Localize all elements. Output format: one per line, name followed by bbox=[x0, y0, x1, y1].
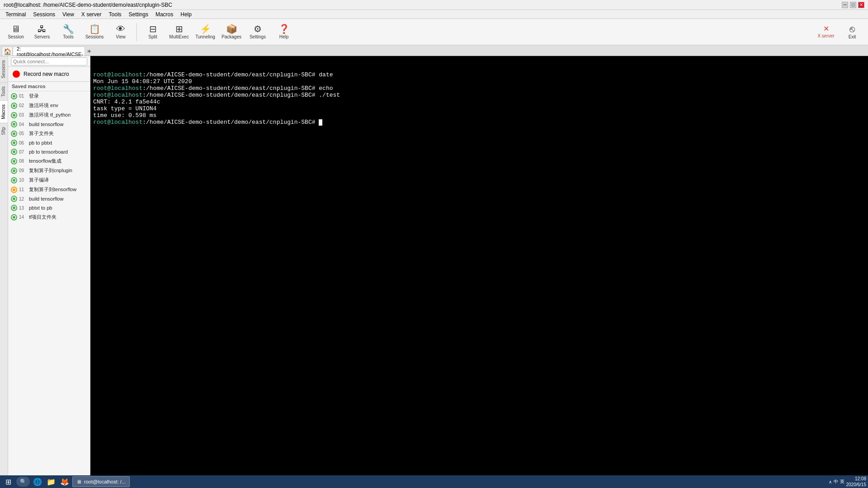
menu-sessions[interactable]: Sessions bbox=[29, 10, 59, 19]
taskbar-app-terminal[interactable]: 🖥 root@localhost: /... bbox=[72, 476, 130, 487]
toolbar-servers-label: Servers bbox=[34, 34, 50, 39]
taskbar-search-button[interactable]: 🔍 bbox=[16, 477, 30, 487]
macro-status-icon bbox=[11, 131, 17, 137]
title-bar: root@localhost: /home/AICSE-demo-student… bbox=[0, 0, 868, 10]
toolbar-tunneling[interactable]: ⚡ Tunneling bbox=[193, 21, 217, 43]
toolbar-multiexec[interactable]: ⊞ MultiExec bbox=[167, 21, 191, 43]
toolbar-help-label: Help bbox=[279, 34, 289, 39]
macro-number: 12 bbox=[19, 197, 27, 202]
macro-label: pbtxt to pb bbox=[29, 205, 52, 211]
macro-item[interactable]: 02激活环境 env bbox=[8, 101, 90, 110]
servers-icon: 🖧 bbox=[38, 24, 47, 33]
taskbar-date: 2020/6/15 bbox=[846, 482, 867, 488]
menu-terminal[interactable]: Terminal bbox=[2, 10, 29, 19]
vtab-tools[interactable]: Tools bbox=[0, 82, 8, 100]
macro-number: 03 bbox=[19, 113, 27, 117]
toolbar-xserver-label: X server bbox=[817, 33, 834, 38]
toolbar-tools[interactable]: 🔧 Tools bbox=[56, 21, 80, 43]
menu-settings[interactable]: Settings bbox=[125, 10, 152, 19]
toolbar-exit[interactable]: ⎋ Exit bbox=[840, 21, 864, 43]
tab-home-button[interactable]: 🏠 bbox=[2, 47, 13, 56]
macro-item[interactable]: 08tensorflow集成 bbox=[8, 156, 90, 166]
taskbar-firefox-icon[interactable]: 🦊 bbox=[59, 476, 71, 487]
minimize-button[interactable]: ─ bbox=[842, 2, 848, 8]
macro-item[interactable]: 01登录 bbox=[8, 91, 90, 101]
macro-item[interactable]: 03激活环境 tf_python bbox=[8, 110, 90, 120]
macro-item[interactable]: 06pb to pbtxt bbox=[8, 138, 90, 147]
toolbar-settings-label: Settings bbox=[250, 34, 266, 39]
systray-lang2[interactable]: 英 bbox=[840, 479, 844, 485]
help-icon: ❓ bbox=[278, 24, 290, 33]
menu-macros[interactable]: Macros bbox=[152, 10, 177, 19]
toolbar-view-label: View bbox=[116, 34, 126, 39]
macro-item[interactable]: 07pb to tensorboard bbox=[8, 147, 90, 156]
menu-tools[interactable]: Tools bbox=[105, 10, 125, 19]
xserver-icon: ✕ bbox=[823, 25, 829, 33]
taskbar-ie-icon[interactable]: 🌐 bbox=[32, 476, 43, 487]
vtab-sessions[interactable]: Sessions bbox=[0, 56, 8, 82]
toolbar-settings[interactable]: ⚙ Settings bbox=[245, 21, 270, 43]
terminal-command bbox=[315, 119, 319, 126]
menu-view[interactable]: View bbox=[59, 10, 78, 19]
macro-status-icon bbox=[11, 158, 17, 164]
macro-label: 复制算子到cnplugin bbox=[29, 167, 72, 174]
quick-connect-input[interactable] bbox=[11, 57, 87, 66]
toolbar-sessions[interactable]: 📋 Sessions bbox=[82, 21, 107, 43]
macro-item[interactable]: 11复制算子到tensorflow bbox=[8, 185, 90, 194]
macro-item[interactable]: 10算子编译 bbox=[8, 175, 90, 185]
tab-active[interactable]: 2: root@localhost:/home/AICSE- ✕ bbox=[13, 47, 85, 56]
toolbar-servers[interactable]: 🖧 Servers bbox=[30, 21, 54, 43]
close-button[interactable]: ✕ bbox=[858, 2, 864, 8]
tunneling-icon: ⚡ bbox=[200, 24, 211, 33]
macro-panel: Record new macro Saved macros 01登录02激活环境… bbox=[8, 56, 90, 475]
taskbar-folder-icon[interactable]: 📁 bbox=[45, 476, 57, 487]
menu-xserver[interactable]: X server bbox=[78, 10, 105, 19]
macro-label: tensorflow集成 bbox=[29, 158, 61, 164]
session-icon: 🖥 bbox=[11, 24, 20, 33]
macro-item[interactable]: 12build tensorflow bbox=[8, 194, 90, 203]
record-macro-button[interactable]: Record new macro bbox=[8, 67, 90, 82]
macro-status-inner bbox=[13, 160, 15, 163]
macro-status-icon bbox=[11, 149, 17, 155]
macro-item[interactable]: 14tf项目文件夹 bbox=[8, 212, 90, 222]
toolbar-session-label: Session bbox=[8, 34, 24, 39]
macro-label: build tensorflow bbox=[29, 122, 63, 127]
macro-status-icon bbox=[11, 168, 17, 174]
terminal-area[interactable]: root@localhost:/home/AICSE-demo-student/… bbox=[90, 56, 868, 475]
start-button[interactable]: ⊞ bbox=[2, 476, 14, 487]
toolbar-help[interactable]: ❓ Help bbox=[272, 21, 296, 43]
vtab-sftp[interactable]: Sftp bbox=[0, 123, 8, 139]
macro-item[interactable]: 04build tensorflow bbox=[8, 120, 90, 129]
systray-arrow[interactable]: ∧ bbox=[829, 479, 832, 484]
title-bar-controls: ─ □ ✕ bbox=[842, 2, 864, 8]
macro-status-inner bbox=[13, 169, 15, 172]
menu-help[interactable]: Help bbox=[177, 10, 195, 19]
terminal-host: root@localhost bbox=[93, 92, 142, 99]
maximize-button[interactable]: □ bbox=[850, 2, 856, 8]
split-icon: ⊟ bbox=[149, 24, 157, 33]
systray-lang[interactable]: 中 bbox=[834, 479, 838, 485]
macro-label: 激活环境 env bbox=[29, 102, 58, 109]
sessions-icon: 📋 bbox=[89, 24, 100, 33]
toolbar-packages[interactable]: 📦 Packages bbox=[219, 21, 244, 43]
toolbar-view[interactable]: 👁 View bbox=[108, 21, 133, 43]
terminal-line: CNRT: 4.2.1 fa5e44c bbox=[93, 99, 865, 105]
tab-add-button[interactable]: + bbox=[85, 47, 94, 56]
title-bar-text: root@localhost: /home/AICSE-demo-student… bbox=[4, 2, 172, 8]
toolbar-tunneling-label: Tunneling bbox=[195, 34, 215, 39]
macro-item[interactable]: 09复制算子到cnplugin bbox=[8, 166, 90, 175]
toolbar-xserver[interactable]: ✕ X server bbox=[814, 21, 838, 43]
toolbar-session[interactable]: 🖥 Session bbox=[4, 21, 28, 43]
macro-label: 算子文件夹 bbox=[29, 130, 54, 137]
toolbar-split[interactable]: ⊟ Split bbox=[141, 21, 165, 43]
systray: ∧ 中 英 bbox=[829, 479, 844, 485]
toolbar-right: ✕ X server ⎋ Exit bbox=[814, 21, 864, 43]
macro-label: 算子编译 bbox=[29, 177, 49, 183]
tab-bar: 🏠 2: root@localhost:/home/AICSE- ✕ + bbox=[0, 45, 868, 56]
vtab-macros[interactable]: Macros bbox=[0, 100, 8, 123]
macro-status-inner bbox=[13, 197, 15, 200]
terminal-command: ./test bbox=[315, 92, 340, 99]
macro-item[interactable]: 13pbtxt to pb bbox=[8, 203, 90, 212]
macro-item[interactable]: 05算子文件夹 bbox=[8, 129, 90, 138]
terminal-line: root@localhost:/home/AICSE-demo-student/… bbox=[93, 119, 865, 126]
